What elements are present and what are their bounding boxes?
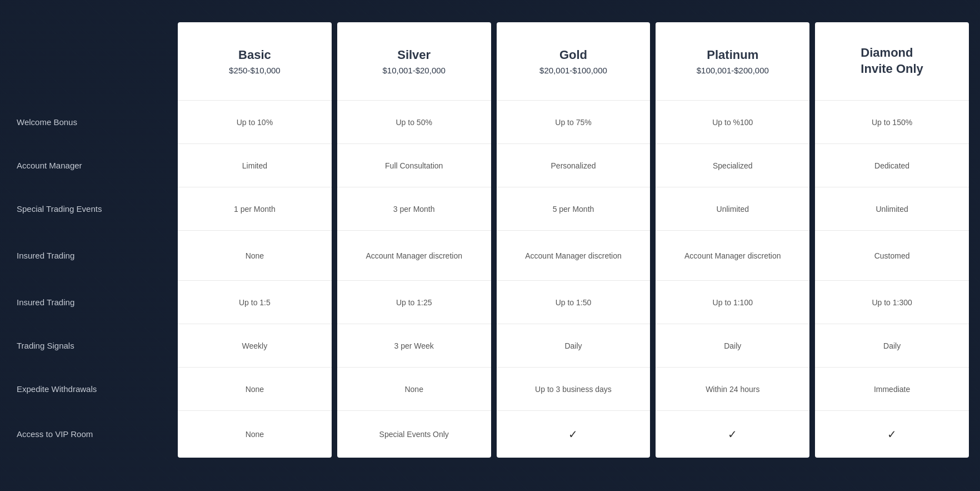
sidebar-row-insured-trading-1: Insured Trading xyxy=(0,230,178,280)
plan-2-cell-1: Personalized xyxy=(497,143,651,187)
sidebar-label-welcome-bonus: Welcome Bonus xyxy=(17,117,77,127)
plan-3-cell-3: Account Manager discretion xyxy=(656,230,809,280)
sidebar-row-account-manager: Account Manager xyxy=(0,143,178,187)
plan-1-cell-2: 3 per Month xyxy=(337,187,491,230)
plan-4-cell-0: Up to 150% xyxy=(815,100,969,143)
plan-name-4: Diamond Invite Only xyxy=(861,45,923,77)
plan-4-cell-6: Immediate xyxy=(815,367,969,410)
plan-4-cell-3: Customed xyxy=(815,230,969,280)
plan-3-cell-1: Specialized xyxy=(656,143,809,187)
sidebar: Welcome Bonus Account Manager Special Tr… xyxy=(0,11,178,491)
plan-3-cell-6: Within 24 hours xyxy=(656,367,809,410)
sidebar-row-trading-signals: Trading Signals xyxy=(0,324,178,367)
plan-rows-4: Up to 150%DedicatedUnlimitedCustomedUp t… xyxy=(815,100,969,458)
sidebar-row-vip-room: Access to VIP Room xyxy=(0,410,178,458)
plan-header-3: Platinum$100,001-$200,000 xyxy=(656,22,809,100)
sidebar-row-welcome-bonus: Welcome Bonus xyxy=(0,100,178,143)
page-container: Welcome Bonus Account Manager Special Tr… xyxy=(0,11,980,491)
checkmark-icon: ✓ xyxy=(728,428,737,441)
cards-container: Basic$250-$10,000Up to 10%Limited1 per M… xyxy=(178,11,980,491)
plan-header-0: Basic$250-$10,000 xyxy=(178,22,332,100)
sidebar-label-expedite-withdrawals: Expedite Withdrawals xyxy=(17,384,97,394)
plan-0-cell-3: None xyxy=(178,230,332,280)
sidebar-label-insured-trading-2: Insured Trading xyxy=(17,297,74,307)
sidebar-row-insured-trading-2: Insured Trading xyxy=(0,280,178,324)
plan-2-cell-3: Account Manager discretion xyxy=(497,230,651,280)
plan-range-3: $100,001-$200,000 xyxy=(697,66,769,75)
plan-range-0: $250-$10,000 xyxy=(229,66,281,75)
plan-range-2: $20,001-$100,000 xyxy=(539,66,607,75)
plan-3-cell-7: ✓ xyxy=(656,410,809,458)
plan-0-cell-6: None xyxy=(178,367,332,410)
plan-3-cell-0: Up to %100 xyxy=(656,100,809,143)
plan-4-cell-2: Unlimited xyxy=(815,187,969,230)
plan-card-basic: Basic$250-$10,000Up to 10%Limited1 per M… xyxy=(178,22,332,458)
plan-header-1: Silver$10,001-$20,000 xyxy=(337,22,491,100)
plan-2-cell-0: Up to 75% xyxy=(497,100,651,143)
plan-rows-2: Up to 75%Personalized5 per MonthAccount … xyxy=(497,100,651,458)
plan-header-2: Gold$20,001-$100,000 xyxy=(497,22,651,100)
sidebar-row-special-trading: Special Trading Events xyxy=(0,187,178,230)
plan-header-4: Diamond Invite Only xyxy=(815,22,969,100)
plan-3-cell-4: Up to 1:100 xyxy=(656,280,809,324)
sidebar-label-insured-trading-1: Insured Trading xyxy=(17,251,74,260)
sidebar-label-trading-signals: Trading Signals xyxy=(17,341,74,350)
plan-4-cell-1: Dedicated xyxy=(815,143,969,187)
plan-4-cell-4: Up to 1:300 xyxy=(815,280,969,324)
checkmark-icon: ✓ xyxy=(887,428,897,441)
plan-2-cell-6: Up to 3 business days xyxy=(497,367,651,410)
plan-1-cell-4: Up to 1:25 xyxy=(337,280,491,324)
plan-rows-0: Up to 10%Limited1 per MonthNoneUp to 1:5… xyxy=(178,100,332,458)
checkmark-icon: ✓ xyxy=(568,428,578,441)
plan-1-cell-0: Up to 50% xyxy=(337,100,491,143)
plan-0-cell-4: Up to 1:5 xyxy=(178,280,332,324)
plan-0-cell-7: None xyxy=(178,410,332,458)
plan-name-1: Silver xyxy=(397,47,431,63)
plan-rows-3: Up to %100SpecializedUnlimitedAccount Ma… xyxy=(656,100,809,458)
plan-2-cell-4: Up to 1:50 xyxy=(497,280,651,324)
plan-name-0: Basic xyxy=(238,47,271,63)
sidebar-label-account-manager: Account Manager xyxy=(17,161,82,170)
plan-4-cell-7: ✓ xyxy=(815,410,969,458)
plan-2-cell-5: Daily xyxy=(497,324,651,367)
plan-card-gold: Gold$20,001-$100,000Up to 75%Personalize… xyxy=(497,22,651,458)
plan-card-platinum: Platinum$100,001-$200,000Up to %100Speci… xyxy=(656,22,809,458)
plan-1-cell-3: Account Manager discretion xyxy=(337,230,491,280)
plan-3-cell-5: Daily xyxy=(656,324,809,367)
plan-card-silver: Silver$10,001-$20,000Up to 50%Full Consu… xyxy=(337,22,491,458)
plan-1-cell-1: Full Consultation xyxy=(337,143,491,187)
plan-1-cell-6: None xyxy=(337,367,491,410)
plan-name-3: Platinum xyxy=(707,47,758,63)
plan-1-cell-7: Special Events Only xyxy=(337,410,491,458)
plan-rows-1: Up to 50%Full Consultation3 per MonthAcc… xyxy=(337,100,491,458)
plan-1-cell-5: 3 per Week xyxy=(337,324,491,367)
plan-2-cell-2: 5 per Month xyxy=(497,187,651,230)
plan-0-cell-0: Up to 10% xyxy=(178,100,332,143)
sidebar-label-special-trading: Special Trading Events xyxy=(17,204,102,214)
plan-0-cell-5: Weekly xyxy=(178,324,332,367)
sidebar-row-expedite-withdrawals: Expedite Withdrawals xyxy=(0,367,178,410)
plan-0-cell-1: Limited xyxy=(178,143,332,187)
plan-card-diamond-invite-only: Diamond Invite OnlyUp to 150%DedicatedUn… xyxy=(815,22,969,458)
plan-0-cell-2: 1 per Month xyxy=(178,187,332,230)
plan-name-2: Gold xyxy=(559,47,587,63)
plan-4-cell-5: Daily xyxy=(815,324,969,367)
plan-2-cell-7: ✓ xyxy=(497,410,651,458)
plan-range-1: $10,001-$20,000 xyxy=(382,66,445,75)
sidebar-label-vip-room: Access to VIP Room xyxy=(17,429,93,439)
plan-3-cell-2: Unlimited xyxy=(656,187,809,230)
